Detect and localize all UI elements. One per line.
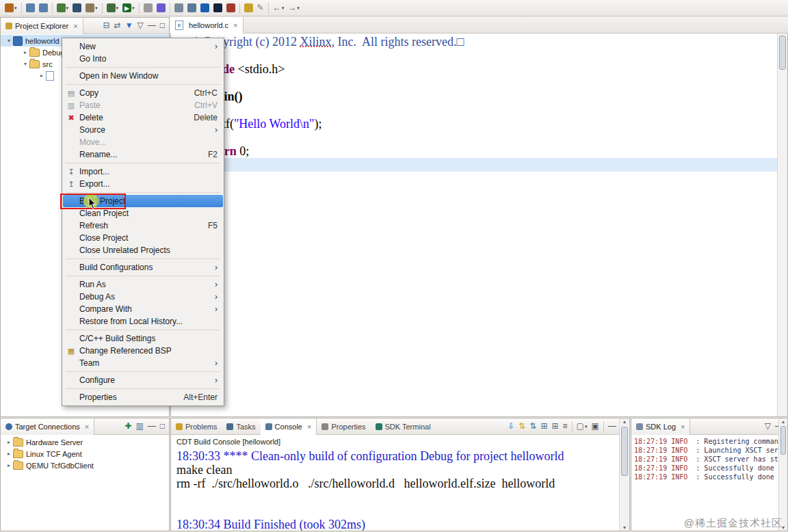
- tab-target-connections[interactable]: Target Connections ×: [1, 418, 94, 435]
- menu-item-close-project[interactable]: Close Project: [63, 232, 223, 244]
- menu-item-paste[interactable]: ▥PasteCtrl+V: [63, 99, 223, 111]
- menu-item-build-project[interactable]: Build Project: [63, 195, 223, 207]
- maximize-icon[interactable]: □: [159, 19, 166, 33]
- close-icon[interactable]: ×: [85, 423, 89, 431]
- minimize-icon[interactable]: —: [146, 19, 157, 33]
- menu-item-run-as[interactable]: Run As›: [63, 278, 223, 291]
- editor-scrollbar-thumb[interactable]: [779, 36, 786, 70]
- menu-item-clean-project[interactable]: Clean Project: [63, 207, 223, 220]
- new-target-connection-icon[interactable]: ✚: [123, 420, 133, 434]
- run-icon[interactable]: ▶▾: [121, 1, 136, 15]
- tab-tasks[interactable]: Tasks: [222, 418, 260, 435]
- key-icon[interactable]: [243, 1, 254, 15]
- tree-item-linux-tcf-agent[interactable]: ▸Linux TCF Agent: [1, 448, 169, 460]
- profile-icon[interactable]: [155, 1, 167, 15]
- minimize-icon[interactable]: —: [607, 420, 618, 434]
- menu-item-move[interactable]: Move...: [63, 136, 223, 148]
- pencil-icon[interactable]: ✎: [256, 1, 265, 15]
- sdk-log-scrollbar-thumb[interactable]: [780, 426, 786, 455]
- console-output-area[interactable]: CDT Build Console [helloworld] 18:30:33 …: [171, 436, 619, 531]
- cut-icon[interactable]: [142, 1, 154, 15]
- expand-chevron-icon[interactable]: ▾: [21, 61, 29, 67]
- scroll-to-end-icon[interactable]: ⇩: [506, 420, 516, 434]
- menu-item-open-in-new-window[interactable]: Open in New Window: [63, 70, 223, 82]
- view-menu-icon[interactable]: ▽: [136, 19, 145, 33]
- console-scrollbar-thumb[interactable]: [621, 427, 628, 476]
- xsct-console-icon[interactable]: [212, 1, 224, 15]
- scroll-up-icon[interactable]: ▲: [620, 419, 629, 424]
- minimize-icon[interactable]: —: [146, 420, 157, 434]
- expand-chevron-icon[interactable]: ▸: [5, 439, 13, 445]
- show-on-stderr-icon[interactable]: ⇅: [528, 420, 538, 434]
- tab-project-explorer[interactable]: Project Explorer ×: [1, 18, 83, 34]
- menu-item-change-referenced-bsp[interactable]: ▦Change Referenced BSP: [63, 345, 223, 357]
- tab-properties[interactable]: Properties: [317, 418, 370, 435]
- table-icon[interactable]: [186, 1, 198, 15]
- menu-item-close-unrelated-projects[interactable]: Close Unrelated Projects: [63, 244, 223, 256]
- expand-chevron-icon[interactable]: ▸: [5, 451, 13, 457]
- menu-item-go-into[interactable]: Go Into: [63, 53, 223, 65]
- menu-item-compare-with[interactable]: Compare With›: [63, 303, 223, 315]
- menu-item-restore-from-local-history[interactable]: Restore from Local History...: [63, 315, 223, 328]
- tab-problems[interactable]: Problems: [171, 418, 222, 435]
- new-wizard-icon[interactable]: ▾: [3, 1, 18, 15]
- collapse-all-icon[interactable]: ⊟: [102, 19, 111, 33]
- menu-item-export[interactable]: ↥Export...: [63, 178, 223, 190]
- launch-shell-icon[interactable]: [71, 1, 83, 15]
- window-layout-icon[interactable]: [173, 1, 185, 15]
- tree-item-hardware-server[interactable]: ▸Hardware Server: [1, 436, 169, 448]
- save-all-icon[interactable]: [38, 1, 49, 15]
- expand-chevron-icon[interactable]: ▸: [21, 49, 29, 55]
- save-icon[interactable]: [25, 1, 36, 15]
- tab-console[interactable]: Console×: [261, 418, 317, 435]
- tab-helloworld-c[interactable]: c helloworld.c ×: [170, 17, 244, 34]
- menu-item-debug-as[interactable]: Debug As›: [63, 291, 223, 303]
- word-wrap-icon[interactable]: ≡: [562, 420, 569, 434]
- menu-item-rename[interactable]: Rename...F2: [63, 148, 223, 161]
- menu-item-c-c-build-settings[interactable]: C/C++ Build Settings: [63, 332, 223, 345]
- close-icon[interactable]: ×: [233, 21, 237, 29]
- expand-chevron-icon[interactable]: ▾: [5, 38, 13, 44]
- scroll-down-icon[interactable]: ▼: [620, 525, 629, 530]
- editor-scrollbar[interactable]: [777, 34, 787, 416]
- console-scrollbar[interactable]: ▲ ▼: [619, 418, 629, 531]
- pin-console-icon[interactable]: ▣: [590, 420, 600, 434]
- scroll-up-icon[interactable]: ▲: [779, 419, 787, 424]
- link-with-editor-icon[interactable]: ⇄: [113, 19, 122, 33]
- tree-item-qemu-tcfgdbclient[interactable]: ▸QEMU TcfGdbClient: [1, 460, 169, 471]
- filter-icon[interactable]: ▼: [124, 19, 135, 33]
- menu-item-source[interactable]: Source›: [63, 124, 223, 136]
- back-icon[interactable]: ←▾: [272, 1, 286, 15]
- menu-item-copy[interactable]: ▤CopyCtrl+C: [63, 87, 223, 99]
- debug-icon[interactable]: ▾: [105, 1, 120, 15]
- view-menu-icon[interactable]: ▽: [763, 420, 772, 434]
- open-console-icon[interactable]: ⊞: [539, 420, 549, 434]
- menu-item-properties[interactable]: PropertiesAlt+Enter: [63, 391, 223, 403]
- menu-item-build-configurations[interactable]: Build Configurations›: [63, 261, 223, 274]
- menu-item-team[interactable]: Team›: [63, 357, 223, 369]
- menu-item-configure[interactable]: Configure›: [63, 374, 223, 386]
- maximize-icon[interactable]: □: [159, 420, 166, 434]
- vivado-icon[interactable]: [199, 1, 211, 15]
- clear-console-icon[interactable]: ⊞: [550, 420, 560, 434]
- program-fpga-icon[interactable]: ▾: [55, 1, 70, 15]
- expand-chevron-icon[interactable]: ▸: [5, 462, 13, 468]
- tab-sdk-log[interactable]: SDK Log ×: [631, 418, 690, 435]
- tab-sdk-terminal[interactable]: SDK Terminal: [371, 418, 436, 435]
- menu-item-delete[interactable]: ✖DeleteDelete: [63, 111, 223, 124]
- expand-chevron-icon[interactable]: ▸: [38, 72, 46, 79]
- display-console-icon[interactable]: ▢▾: [575, 420, 589, 434]
- editor-text-area[interactable]: * Copyright (c) 2012 Xilinx, Inc. All ri…: [170, 34, 788, 417]
- terminal-icon[interactable]: [225, 1, 237, 15]
- forward-icon[interactable]: →▾: [287, 1, 301, 15]
- menu-item-refresh[interactable]: RefreshF5: [63, 220, 223, 232]
- build-icon[interactable]: ▾: [84, 1, 99, 15]
- columns-icon[interactable]: ▥: [134, 420, 144, 434]
- show-on-stdout-icon[interactable]: ⇅: [517, 420, 527, 434]
- menu-item-import[interactable]: ↧Import...: [63, 165, 223, 178]
- menu-item-new[interactable]: New›: [63, 40, 223, 53]
- close-icon[interactable]: ×: [73, 22, 77, 30]
- close-icon[interactable]: ×: [681, 423, 685, 431]
- close-icon[interactable]: ×: [307, 423, 311, 431]
- sdk-log-scrollbar[interactable]: ▲ ▼: [778, 418, 787, 531]
